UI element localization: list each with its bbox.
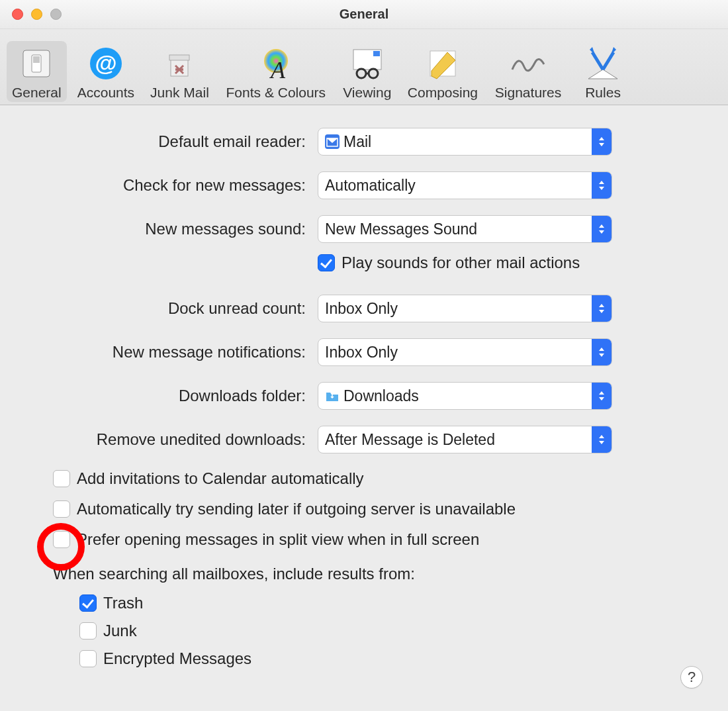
svg-marker-30 <box>599 224 604 228</box>
svg-rect-2 <box>33 56 40 63</box>
svg-marker-27 <box>599 143 604 146</box>
select-value: Inbox Only <box>325 344 592 361</box>
check-row: Automatically try sending later if outgo… <box>53 500 675 518</box>
fonts-icon: A <box>257 45 295 82</box>
general-preferences: Default email reader: Mail Check for new… <box>0 105 728 697</box>
svg-marker-20 <box>588 70 617 79</box>
notifications-select[interactable]: Inbox Only <box>318 338 612 366</box>
downloads-folder-label: Downloads folder: <box>53 387 318 405</box>
tab-junk-mail[interactable]: Junk Mail <box>145 41 214 102</box>
svg-marker-26 <box>599 137 604 140</box>
check-label: Add invitations to Calendar automaticall… <box>77 469 364 488</box>
search-include-row: Trash <box>79 594 675 612</box>
help-button[interactable]: ? <box>680 666 703 688</box>
check-label: Junk <box>103 622 137 640</box>
check-label: Trash <box>103 594 143 612</box>
search-include-row: Encrypted Messages <box>79 649 675 668</box>
tab-composing[interactable]: Composing <box>402 41 483 102</box>
play-sounds-checkbox[interactable] <box>318 254 335 271</box>
prefer-split-view-checkbox[interactable] <box>53 531 70 548</box>
viewing-icon <box>349 45 385 82</box>
tab-accounts[interactable]: @ Accounts <box>72 41 140 102</box>
tab-label: Accounts <box>77 85 134 101</box>
chevron-updown-icon <box>592 383 612 409</box>
select-value: After Message is Deleted <box>325 431 592 449</box>
check-messages-select[interactable]: Automatically <box>318 171 612 199</box>
play-sounds-label: Play sounds for other mail actions <box>341 254 580 272</box>
default-reader-select[interactable]: Mail <box>318 128 612 156</box>
default-reader-label: Default email reader: <box>53 132 318 151</box>
select-value: New Messages Sound <box>325 220 592 238</box>
svg-rect-5 <box>171 59 188 76</box>
check-row: Add invitations to Calendar automaticall… <box>53 469 675 488</box>
svg-text:@: @ <box>95 50 116 75</box>
mail-app-icon <box>325 134 340 149</box>
remove-downloads-select[interactable]: After Message is Deleted <box>318 426 612 453</box>
folder-icon <box>325 389 340 403</box>
svg-marker-31 <box>599 230 604 234</box>
svg-marker-28 <box>599 181 604 184</box>
select-value: Downloads <box>343 387 592 405</box>
notifications-label: New message notifications: <box>53 343 318 361</box>
chevron-updown-icon <box>592 172 612 199</box>
dock-unread-select[interactable]: Inbox Only <box>318 295 612 322</box>
preferences-toolbar: General @ Accounts Junk Mail A Fonts & C… <box>0 29 728 105</box>
chevron-updown-icon <box>592 128 612 155</box>
svg-text:A: A <box>269 57 286 81</box>
search-encrypted-checkbox[interactable] <box>79 650 97 667</box>
window-title: General <box>0 7 728 22</box>
select-value: Automatically <box>325 177 592 195</box>
tab-label: Signatures <box>495 85 561 101</box>
tab-label: Fonts & Colours <box>226 85 326 101</box>
tab-label: Rules <box>585 85 621 101</box>
at-icon: @ <box>89 45 123 82</box>
check-row: Prefer opening messages in split view wh… <box>53 530 675 549</box>
switch-icon <box>20 45 53 82</box>
svg-marker-29 <box>599 187 604 190</box>
tab-label: Composing <box>408 85 478 101</box>
svg-marker-33 <box>599 310 604 313</box>
svg-marker-32 <box>599 304 604 307</box>
tab-general[interactable]: General <box>7 41 67 102</box>
remove-downloads-label: Remove unedited downloads: <box>53 430 318 449</box>
svg-marker-35 <box>599 354 604 357</box>
tab-viewing[interactable]: Viewing <box>338 41 397 102</box>
dock-unread-label: Dock unread count: <box>53 299 318 318</box>
check-label: Automatically try sending later if outgo… <box>77 500 516 518</box>
chevron-updown-icon <box>592 216 612 242</box>
search-junk-checkbox[interactable] <box>79 622 97 640</box>
svg-marker-34 <box>599 348 604 351</box>
titlebar: General <box>0 0 728 29</box>
chevron-updown-icon <box>592 295 612 322</box>
svg-marker-36 <box>599 391 604 395</box>
svg-marker-37 <box>599 397 604 401</box>
auto-send-later-checkbox[interactable] <box>53 500 70 518</box>
select-value: Mail <box>343 133 592 151</box>
signature-icon <box>508 45 548 82</box>
svg-rect-6 <box>169 55 189 60</box>
svg-marker-39 <box>599 441 604 444</box>
check-label: Encrypted Messages <box>103 649 251 668</box>
sound-select[interactable]: New Messages Sound <box>318 215 612 243</box>
check-messages-label: Check for new messages: <box>53 176 318 195</box>
tab-fonts-colours[interactable]: A Fonts & Colours <box>220 41 332 102</box>
add-invitations-checkbox[interactable] <box>53 470 70 487</box>
svg-point-16 <box>369 69 378 78</box>
tab-label: General <box>12 85 62 101</box>
svg-marker-38 <box>599 435 604 438</box>
tab-signatures[interactable]: Signatures <box>488 41 568 102</box>
tab-label: Viewing <box>343 85 391 101</box>
compose-icon <box>426 45 459 82</box>
trash-icon <box>163 45 196 82</box>
sound-label: New messages sound: <box>53 220 318 238</box>
check-label: Prefer opening messages in split view wh… <box>77 530 479 549</box>
svg-rect-14 <box>373 51 380 56</box>
rules-icon <box>584 45 621 82</box>
tab-rules[interactable]: Rules <box>573 41 633 102</box>
search-trash-checkbox[interactable] <box>79 594 97 612</box>
svg-point-15 <box>357 69 366 78</box>
tab-label: Junk Mail <box>150 85 209 101</box>
downloads-folder-select[interactable]: Downloads <box>318 382 612 410</box>
chevron-updown-icon <box>592 339 612 365</box>
search-heading: When searching all mailboxes, include re… <box>53 565 675 583</box>
